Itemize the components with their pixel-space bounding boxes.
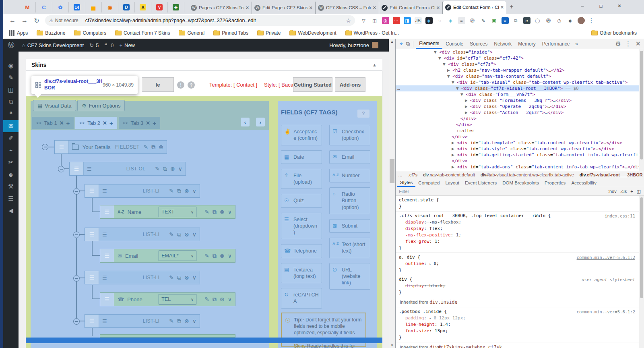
blue-tag-icon[interactable]: ‹›	[500, 16, 510, 25]
pinned-tab-calendar-14[interactable]: 14	[69, 2, 85, 12]
breadcrumb-item[interactable]: div.cf7s-visual-root___3HBOR	[580, 172, 643, 177]
chevron-icon[interactable]: ∨	[192, 188, 196, 194]
pinned-tab-target[interactable]: ◉	[102, 2, 118, 12]
expand-arrow-icon[interactable]: ▸	[429, 316, 434, 320]
edit-icon[interactable]: ✎	[204, 253, 209, 259]
pinned-tab-blue-flower[interactable]: ✿	[52, 2, 69, 12]
updates-badge[interactable]: ↻5	[89, 42, 99, 48]
devtools-close-icon[interactable]: ✕	[636, 40, 641, 48]
devtools-tab-sources[interactable]: Sources	[466, 39, 491, 49]
expand-arrow-icon[interactable]: ▸	[429, 262, 434, 266]
screenshot-camera-icon[interactable]: ◫	[369, 16, 380, 25]
field-button-url[interactable]: ∅URL (website link)	[329, 263, 370, 290]
forward-button[interactable]: →	[19, 17, 31, 24]
styles-tab-computed[interactable]: Computed	[415, 178, 442, 187]
drag-handle[interactable]: ☰	[100, 293, 114, 306]
styles-tab-accessibility[interactable]: Accessibility	[568, 178, 599, 187]
hover-state-toggle[interactable]: :hov	[608, 189, 617, 194]
css-property[interactable]: font-size: 13px;	[399, 328, 635, 334]
stylesheet-source-link[interactable]: common.min.…ver=5.6.1:2	[577, 309, 635, 315]
field-button-email[interactable]: ✉Email	[329, 150, 370, 164]
apps-grid-icon[interactable]	[9, 30, 14, 36]
sidebar-item-posts[interactable]: ✎	[3, 72, 19, 84]
type-select[interactable]: TEXT∨	[159, 207, 196, 217]
tab-close-icon[interactable]: ✕	[436, 5, 440, 10]
js-search-icon[interactable]: JS	[413, 16, 423, 25]
tab-add-ons[interactable]: Add-ons	[335, 77, 365, 92]
window-resizer-icon[interactable]: ◨	[402, 16, 413, 25]
dom-tree-line[interactable]: </div>	[396, 116, 639, 122]
inherited-node-link[interactable]: div#cf7skins-metabox.cf7sk…	[429, 344, 505, 348]
close-tab-icon[interactable]: ✕	[103, 120, 107, 126]
visual-data-button[interactable]: ▤Visual Data	[33, 100, 76, 111]
field-button-file-upload[interactable]: ⇑File (upload)	[281, 169, 322, 189]
sidebar-item-users[interactable]: ☻	[3, 168, 19, 180]
field-button-textarea[interactable]: ▤Textarea (long text)	[281, 263, 322, 284]
rule-selector[interactable]: a, div {	[399, 255, 420, 260]
tree-row-partial[interactable]	[100, 334, 235, 338]
dom-tree-line[interactable]: ::after	[396, 128, 639, 134]
field-button-select-dropdown[interactable]: ☰Select (dropdown)	[281, 213, 322, 240]
dom-tree-line[interactable]: ▶ <div id="tab-getting-started" class="t…	[396, 152, 639, 158]
tabs-next-button[interactable]: ›	[256, 118, 265, 126]
bookmark-apps[interactable]: Apps	[17, 30, 28, 36]
stylesheet-source-link[interactable]: user agent stylesheet	[582, 276, 635, 283]
chevron-icon[interactable]: ∨	[228, 209, 232, 215]
chevron-icon[interactable]: ∨	[192, 318, 196, 324]
class-toggle[interactable]: .cls	[620, 189, 627, 194]
stylesheet-source-link[interactable]: common.min.…ver=5.6.1:2	[577, 254, 635, 261]
sidebar-item-pages[interactable]: ⧉	[3, 96, 19, 108]
php-console-icon[interactable]: ≡	[456, 16, 467, 25]
copy-icon[interactable]: ⧉	[177, 188, 181, 195]
gutter-ellipsis[interactable]: …	[397, 85, 400, 91]
tab-getting-started[interactable]: Getting Started	[293, 77, 332, 92]
devtools-tab-console[interactable]: Console	[442, 39, 466, 49]
edit-this-cookie-icon[interactable]: e	[521, 16, 532, 25]
puzzle-icon[interactable]: ◆	[565, 16, 576, 25]
window-maximize-button[interactable]: □	[592, 0, 610, 12]
bookmark-folder[interactable]: WebDevelopment	[289, 30, 336, 36]
css-property[interactable]: line-height: 1.4;	[399, 321, 635, 328]
drag-handle[interactable]: ☰	[85, 315, 99, 327]
drag-handle[interactable]: ☰	[55, 141, 69, 153]
pinned-tab-gmail[interactable]: M	[19, 2, 36, 12]
panes-icon[interactable]: ◫	[637, 189, 641, 194]
tab-close-icon[interactable]: ✕	[309, 5, 313, 10]
delete-icon[interactable]: ⊗	[220, 253, 225, 259]
field-button-checkbox[interactable]: ☑Checkbox (option)	[329, 125, 370, 145]
filter-input[interactable]: Filter	[399, 189, 409, 194]
styles-tab-properties[interactable]: Properties	[542, 178, 568, 187]
styles-tab-layout[interactable]: Layout	[442, 178, 462, 187]
css-property[interactable]: flex-grow: 1;	[399, 238, 635, 245]
delete-icon[interactable]: ⊗	[220, 209, 225, 215]
field-button-radio-button[interactable]: ○Radio Button (option)	[329, 187, 370, 214]
bookmark-folder[interactable]: Private	[257, 30, 281, 36]
rule-selector[interactable]: .postbox .inside {	[399, 309, 447, 314]
edit-icon[interactable]: ✎	[204, 209, 209, 215]
sidebar-item-appearance[interactable]: ✐	[3, 132, 19, 144]
tab-close-icon[interactable]: ✕	[500, 5, 504, 10]
eyedropper-icon[interactable]: ✎	[478, 16, 489, 25]
delete-icon[interactable]: ⊗	[184, 188, 189, 194]
delete-icon[interactable]: ⊗	[184, 231, 189, 238]
dom-tree-line[interactable]: ▶ <div id="tab-style" class="tab-content…	[396, 146, 639, 152]
tree-row-list-li[interactable]: ☰☰LIST-LI✎⧉⊗∨	[85, 314, 200, 328]
copy-icon[interactable]: ⧉	[177, 231, 181, 238]
other-bookmarks[interactable]: Other bookmarks	[591, 30, 637, 36]
styles-scrollbar-thumb[interactable]	[640, 197, 643, 298]
dom-tree-line[interactable]: ▼ <div class="cf7s">	[396, 61, 639, 67]
pinned-tab-c-blue[interactable]: C	[36, 2, 52, 12]
sidebar-item-plugins[interactable]: ⌁	[3, 144, 19, 156]
browser-tab-1[interactable]: WPages ‹ CF7 Skins Team — Wo✕	[188, 2, 252, 14]
sidebar-item-comments[interactable]: ❝	[3, 108, 19, 120]
sidebar-item-contact[interactable]: ✉	[3, 120, 19, 132]
react-devtools-dark-icon[interactable]: ◈	[423, 16, 434, 25]
tree-collapse-circle[interactable]	[73, 232, 80, 238]
drag-handle[interactable]: ☰	[85, 184, 99, 197]
chevron-icon[interactable]: ∨	[228, 253, 232, 259]
add-tab-icon[interactable]: +	[153, 120, 156, 126]
copy-icon[interactable]: ⧉	[177, 274, 181, 281]
css-property[interactable]: display: flex;	[399, 226, 635, 232]
tree-collapse-circle[interactable]	[73, 318, 80, 325]
bookmark-folder[interactable]: WordPress - Get In...	[345, 30, 399, 36]
